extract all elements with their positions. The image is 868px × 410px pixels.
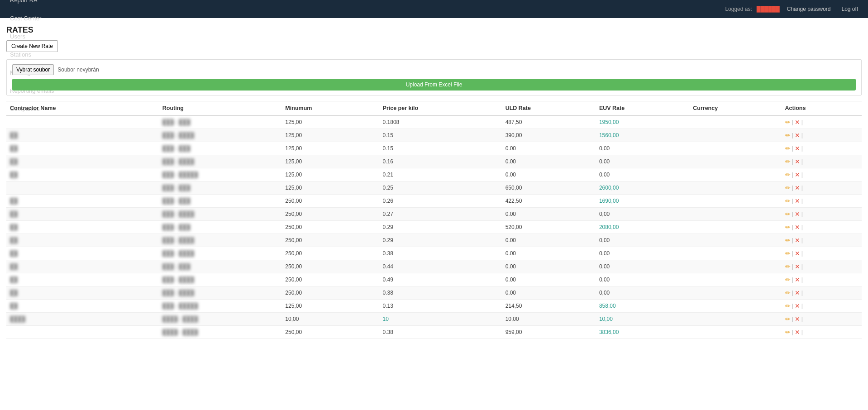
cell-actions: ✏ | ✕ |	[782, 208, 862, 221]
edit-icon[interactable]: ✏	[785, 197, 791, 205]
cell-euv-rate: 1950,00	[596, 115, 689, 129]
cell-currency	[689, 168, 781, 181]
cell-price-per-kilo: 0.38	[379, 326, 502, 339]
edit-icon[interactable]: ✏	[785, 171, 791, 178]
delete-icon[interactable]: ✕	[795, 315, 800, 323]
edit-icon[interactable]: ✏	[785, 224, 791, 231]
table-row: █████ - █████125,000.13214,50858,00 ✏ | …	[6, 300, 862, 313]
change-password-link[interactable]: Change password	[782, 0, 836, 18]
cell-euv-rate: 1560,00	[596, 129, 689, 142]
cell-currency	[689, 129, 781, 142]
col-actions: Actions	[782, 101, 862, 116]
cell-actions: ✏ | ✕ |	[782, 115, 862, 129]
table-row: █████ - ████125,000.15390,001560,00 ✏ | …	[6, 129, 862, 142]
cell-routing: ███ - ███	[159, 181, 282, 195]
cell-price-per-kilo: 0.21	[379, 168, 502, 181]
separator2: |	[801, 172, 803, 178]
edit-icon[interactable]: ✏	[785, 329, 791, 336]
cell-price-per-kilo: 0.25	[379, 181, 502, 195]
edit-icon[interactable]: ✏	[785, 184, 791, 191]
cell-minimum: 250,00	[281, 221, 379, 234]
edit-icon[interactable]: ✏	[785, 315, 791, 323]
cell-contractor	[6, 326, 159, 339]
cell-contractor: ██	[6, 155, 159, 168]
upload-from-excel-button[interactable]: Upload From Excel File	[12, 79, 856, 91]
cell-contractor: ██	[6, 260, 159, 273]
separator: |	[792, 172, 793, 178]
delete-icon[interactable]: ✕	[795, 289, 800, 296]
separator2: |	[801, 224, 803, 230]
cell-uld-rate: 0.00	[502, 234, 596, 247]
delete-icon[interactable]: ✕	[795, 184, 800, 191]
log-off-link[interactable]: Log off	[836, 0, 863, 18]
cell-euv-rate: 858,00	[596, 300, 689, 313]
cell-actions: ✏ | ✕ |	[782, 234, 862, 247]
cell-contractor: ██	[6, 142, 159, 155]
cell-routing: ███ - ███	[159, 142, 282, 155]
edit-icon[interactable]: ✏	[785, 132, 791, 139]
cell-uld-rate: 214,50	[502, 300, 596, 313]
cell-uld-rate: 487,50	[502, 115, 596, 129]
cell-routing: ███ - ███	[159, 221, 282, 234]
cell-price-per-kilo: 0.38	[379, 247, 502, 260]
cell-minimum: 125,00	[281, 129, 379, 142]
col-routing: Routing	[159, 101, 282, 116]
choose-file-button[interactable]: Vybrat soubor	[12, 64, 54, 75]
cell-actions: ✏ | ✕ |	[782, 300, 862, 313]
table-row: ████ - ████250,000.38959,003836,00 ✏ | ✕…	[6, 326, 862, 339]
nav-item-report-ra[interactable]: Report RA	[5, 0, 60, 9]
edit-icon[interactable]: ✏	[785, 145, 791, 152]
separator: |	[792, 303, 793, 309]
delete-icon[interactable]: ✕	[795, 329, 800, 336]
separator: |	[792, 250, 793, 257]
separator: |	[792, 198, 793, 204]
main-nav: DemandsRatesRoutesReport flightReport AW…	[0, 0, 868, 18]
table-row: █████ - ████250,000.380.000,00 ✏ | ✕ |	[6, 286, 862, 300]
delete-icon[interactable]: ✕	[795, 171, 800, 178]
delete-icon[interactable]: ✕	[795, 263, 800, 270]
cell-euv-rate: 2080,00	[596, 221, 689, 234]
edit-icon[interactable]: ✏	[785, 158, 791, 165]
delete-icon[interactable]: ✕	[795, 145, 800, 152]
separator: |	[792, 132, 793, 138]
delete-icon[interactable]: ✕	[795, 250, 800, 257]
delete-icon[interactable]: ✕	[795, 237, 800, 244]
edit-icon[interactable]: ✏	[785, 302, 791, 310]
edit-icon[interactable]: ✏	[785, 237, 791, 244]
delete-icon[interactable]: ✕	[795, 132, 800, 139]
cell-currency	[689, 195, 781, 208]
edit-icon[interactable]: ✏	[785, 250, 791, 257]
delete-icon[interactable]: ✕	[795, 119, 800, 126]
cell-euv-rate: 0,00	[596, 208, 689, 221]
edit-icon[interactable]: ✏	[785, 289, 791, 296]
edit-icon[interactable]: ✏	[785, 276, 791, 283]
logged-username: ██████	[755, 6, 782, 12]
delete-icon[interactable]: ✕	[795, 210, 800, 218]
cell-uld-rate: 0.00	[502, 260, 596, 273]
delete-icon[interactable]: ✕	[795, 224, 800, 231]
separator: |	[792, 185, 793, 191]
separator2: |	[801, 158, 803, 165]
separator: |	[792, 119, 793, 125]
separator2: |	[801, 198, 803, 204]
cell-contractor: ██	[6, 234, 159, 247]
cell-minimum: 250,00	[281, 326, 379, 339]
cell-price-per-kilo: 0.15	[379, 129, 502, 142]
nav-item-cost-center[interactable]: Cost Center	[5, 9, 60, 27]
create-new-rate-button[interactable]: Create New Rate	[6, 40, 58, 52]
cell-uld-rate: 520,00	[502, 221, 596, 234]
edit-icon[interactable]: ✏	[785, 210, 791, 218]
cell-routing: ███ - ███	[159, 115, 282, 129]
delete-icon[interactable]: ✕	[795, 158, 800, 165]
cell-actions: ✏ | ✕ |	[782, 247, 862, 260]
cell-uld-rate: 0.00	[502, 142, 596, 155]
cell-contractor: ██	[6, 286, 159, 300]
cell-actions: ✏ | ✕ |	[782, 155, 862, 168]
edit-icon[interactable]: ✏	[785, 263, 791, 270]
delete-icon[interactable]: ✕	[795, 276, 800, 283]
delete-icon[interactable]: ✕	[795, 197, 800, 205]
delete-icon[interactable]: ✕	[795, 302, 800, 310]
edit-icon[interactable]: ✏	[785, 119, 791, 126]
separator2: |	[801, 329, 803, 335]
col-uld-rate: ULD Rate	[502, 101, 596, 116]
